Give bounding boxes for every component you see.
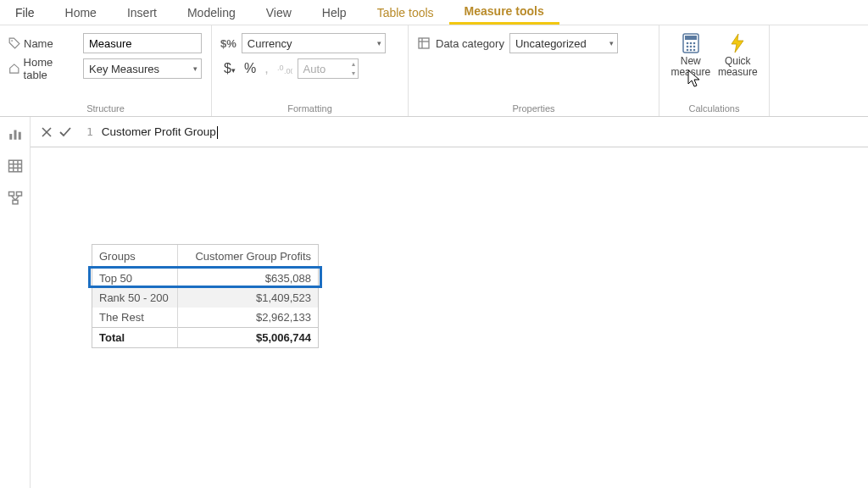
table-row[interactable]: Top 50 $635,088 [92,269,318,289]
tab-file[interactable]: File [0,0,50,25]
group-label-formatting: Formatting [220,103,399,116]
home-icon [8,63,20,75]
svg-text:.00: .00 [284,67,292,75]
svg-point-8 [686,42,688,45]
percent-button[interactable]: % [241,61,259,76]
formula-line-number: 1 [86,125,93,138]
decimals-select[interactable]: Auto ▴ ▾ [298,58,359,79]
name-label: Name [8,37,78,50]
svg-point-9 [689,42,692,45]
view-switcher [0,117,31,488]
svg-point-12 [689,46,692,48]
table-total-row[interactable]: Total $5,006,744 [92,328,318,348]
tab-view[interactable]: View [251,0,307,25]
decimal-icon: .0.00 [277,63,292,75]
svg-point-10 [693,42,695,45]
data-view-button[interactable] [7,158,24,175]
svg-rect-19 [18,132,20,140]
model-view-button[interactable] [7,190,24,207]
formula-bar: 1 Customer Profit Group [31,117,868,147]
column-header-groups[interactable]: Groups [92,245,177,269]
tab-home[interactable]: Home [50,0,112,25]
report-canvas[interactable]: Groups Customer Group Profits Top 50 $63… [31,147,868,488]
format-icon-label: $% [220,37,236,50]
new-measure-button[interactable]: New measure [668,32,714,103]
tab-table-tools[interactable]: Table tools [362,0,449,25]
svg-rect-17 [9,134,12,140]
decimal-shift-button[interactable]: .0.00 [274,63,296,75]
group-label-properties: Properties [417,103,650,116]
svg-point-11 [686,46,688,48]
tag-icon [8,37,20,49]
svg-point-0 [11,40,13,42]
check-icon [58,126,72,138]
table-icon [8,158,23,174]
ribbon-group-properties: Data category Uncategorized▾ Properties [409,25,659,116]
measure-name-input[interactable] [83,33,202,53]
data-category-select[interactable]: Uncategorized▾ [509,33,618,53]
group-label-structure: Structure [8,103,203,116]
table-header-row: Groups Customer Group Profits [92,245,318,269]
table-visual[interactable]: Groups Customer Group Profits Top 50 $63… [92,244,319,348]
svg-rect-20 [8,160,21,172]
svg-point-14 [686,49,688,52]
quick-measure-button[interactable]: Quick measure [715,32,761,103]
calculator-icon [681,32,701,54]
home-table-label: Home table [8,56,78,81]
tab-help[interactable]: Help [307,0,362,25]
svg-rect-27 [13,200,18,204]
table-row[interactable]: The Rest $2,962,133 [92,308,318,328]
svg-line-29 [15,196,19,200]
svg-point-16 [693,49,695,52]
svg-rect-26 [16,192,21,197]
ribbon-group-formatting: $% Currency▾ $▾ % , .0.00 Auto ▴ ▾ [212,25,409,116]
category-icon [417,36,431,50]
tab-insert[interactable]: Insert [112,0,172,25]
bar-chart-icon [8,126,23,141]
data-category-label: Data category [417,36,504,50]
svg-point-15 [689,49,692,52]
tab-measure-tools[interactable]: Measure tools [449,0,559,25]
thousands-button[interactable]: , [261,61,271,76]
svg-rect-25 [8,192,14,197]
formula-cancel-button[interactable] [37,123,56,141]
column-header-profits[interactable]: Customer Group Profits [177,245,318,269]
formula-commit-button[interactable] [56,123,75,141]
svg-rect-3 [419,38,429,48]
format-select[interactable]: Currency▾ [242,33,386,53]
ribbon-group-structure: Name Home table Key Measures▾ Structure [0,25,212,116]
menu-bar: File Home Insert Modeling View Help Tabl… [0,0,868,25]
svg-text:.0: .0 [277,64,284,72]
ribbon: Name Home table Key Measures▾ Structure … [0,25,868,117]
x-icon [41,126,53,138]
quick-measure-icon [727,32,748,54]
report-view-button[interactable] [7,125,24,142]
table-row[interactable]: Rank 50 - 200 $1,409,523 [92,288,318,308]
tab-modeling[interactable]: Modeling [172,0,251,25]
svg-rect-7 [685,36,697,40]
formula-input[interactable]: Customer Profit Group [102,125,218,139]
group-label-calculations: Calculations [668,103,760,116]
svg-line-28 [11,196,15,200]
home-table-select[interactable]: Key Measures▾ [83,58,202,79]
currency-button[interactable]: $▾ [220,61,239,76]
svg-point-13 [693,46,695,48]
svg-rect-18 [14,130,16,140]
ribbon-group-calculations: New measure Quick measure Calculations [659,25,770,116]
mouse-cursor [687,69,703,88]
model-icon [8,191,23,206]
